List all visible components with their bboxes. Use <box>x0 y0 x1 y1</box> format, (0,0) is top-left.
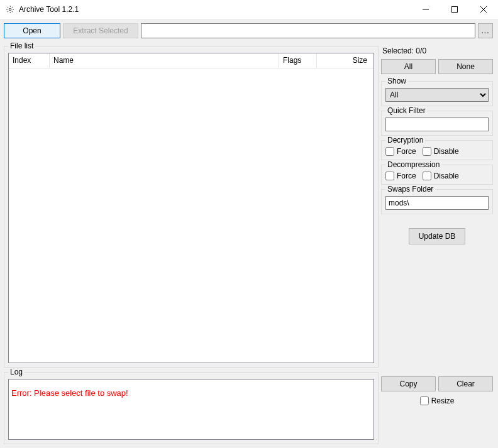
selected-count-label: Selected: 0/0 <box>382 46 493 55</box>
swaps-folder-legend: Swaps Folder <box>385 185 435 194</box>
log-message: Error: Please select file to swap! <box>11 388 371 398</box>
show-dropdown[interactable]: All <box>385 88 489 102</box>
toolbar: Open Extract Selected ... <box>4 23 493 39</box>
side-panel: Selected: 0/0 All None Show All Quick Fi… <box>381 41 493 368</box>
browse-button[interactable]: ... <box>478 23 493 38</box>
column-index[interactable]: Index <box>9 53 50 68</box>
window-controls <box>411 0 498 19</box>
file-list-rows[interactable] <box>9 68 374 363</box>
app-icon <box>5 4 15 14</box>
window-title: Archive Tool 1.2.1 <box>19 5 79 14</box>
select-none-button[interactable]: None <box>438 59 493 74</box>
log-box[interactable]: Error: Please select file to swap! <box>8 379 374 440</box>
decryption-force-input[interactable] <box>385 147 394 156</box>
decryption-force-checkbox[interactable]: Force <box>385 147 416 156</box>
column-name[interactable]: Name <box>50 53 279 68</box>
decompression-disable-checkbox[interactable]: Disable <box>423 172 459 180</box>
file-list-group: File list Index Name Flags Size <box>4 46 379 368</box>
column-flags[interactable]: Flags <box>279 53 317 68</box>
show-legend: Show <box>385 77 408 85</box>
resize-label: Resize <box>431 396 455 405</box>
decryption-disable-input[interactable] <box>423 147 431 156</box>
decompression-force-label: Force <box>397 172 416 180</box>
file-list[interactable]: Index Name Flags Size <box>8 53 374 363</box>
swaps-folder-group: Swaps Folder <box>381 189 493 214</box>
quick-filter-input[interactable] <box>385 117 489 131</box>
swaps-folder-input[interactable] <box>385 196 489 210</box>
decryption-disable-checkbox[interactable]: Disable <box>423 147 459 156</box>
update-db-button[interactable]: Update DB <box>409 228 465 244</box>
extract-selected-button[interactable]: Extract Selected <box>63 23 138 38</box>
log-legend: Log <box>8 368 25 376</box>
svg-point-0 <box>9 8 11 11</box>
resize-checkbox[interactable]: Resize <box>420 396 455 405</box>
file-list-header: Index Name Flags Size <box>9 53 374 68</box>
titlebar: Archive Tool 1.2.1 <box>0 0 498 19</box>
decompression-group: Decompression Force Disable <box>381 165 493 185</box>
decompression-force-input[interactable] <box>385 172 394 180</box>
show-group: Show All <box>381 81 493 106</box>
decompression-force-checkbox[interactable]: Force <box>385 172 416 180</box>
resize-input[interactable] <box>420 396 429 405</box>
decryption-legend: Decryption <box>385 136 425 145</box>
select-all-button[interactable]: All <box>381 59 436 74</box>
open-button[interactable]: Open <box>4 23 60 38</box>
log-copy-button[interactable]: Copy <box>381 376 436 391</box>
file-list-legend: File list <box>8 41 35 50</box>
decryption-disable-label: Disable <box>434 147 459 156</box>
svg-rect-2 <box>452 7 458 13</box>
log-side-panel: Copy Clear Resize <box>381 368 493 444</box>
quick-filter-legend: Quick Filter <box>385 106 428 115</box>
column-size[interactable]: Size <box>317 53 374 68</box>
close-button[interactable] <box>469 0 498 19</box>
decryption-group: Decryption Force Disable <box>381 140 493 160</box>
maximize-button[interactable] <box>440 0 469 19</box>
decompression-disable-label: Disable <box>434 172 459 180</box>
decompression-legend: Decompression <box>385 160 441 169</box>
quick-filter-group: Quick Filter <box>381 111 493 136</box>
log-clear-button[interactable]: Clear <box>438 376 493 391</box>
decompression-disable-input[interactable] <box>423 172 431 180</box>
decryption-force-label: Force <box>397 147 416 156</box>
minimize-button[interactable] <box>411 0 440 19</box>
archive-path-input[interactable] <box>141 23 475 38</box>
log-group: Log Error: Please select file to swap! <box>4 372 379 444</box>
